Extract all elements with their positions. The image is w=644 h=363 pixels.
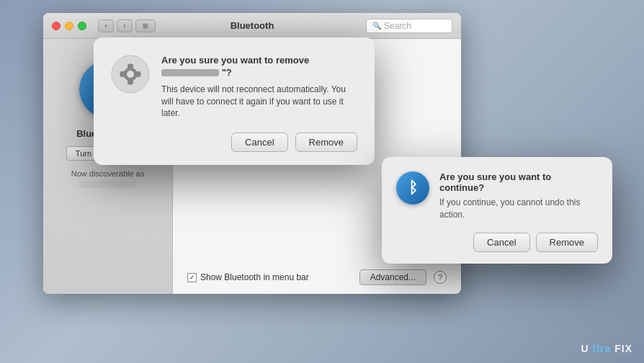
device-name-blur (161, 69, 219, 76)
window-titlebar: ‹ › ⊞ Bluetooth 🔍 Search (43, 13, 461, 39)
dialog-remove-body: This device will not reconnect automatic… (161, 84, 357, 120)
help-button[interactable]: ? (434, 271, 447, 284)
window-title: Bluetooth (231, 20, 274, 31)
discoverable-label: Now discoverable as (64, 169, 152, 178)
dialog-remove-cancel-button[interactable]: Cancel (231, 133, 287, 152)
svg-point-2 (127, 71, 134, 78)
maximize-button[interactable] (78, 22, 86, 30)
bluetooth-symbol-small: ᛒ (408, 179, 418, 197)
dialog-remove: Are you sure you want to remove "? This … (94, 37, 375, 165)
search-placeholder: Search (384, 21, 411, 31)
show-in-menubar-text: Show Bluetooth in menu bar (200, 272, 309, 282)
search-box[interactable]: 🔍 Search (366, 19, 452, 33)
dialog-continue: ᛒ Are you sure you want to continue? If … (382, 157, 612, 264)
dialog-continue-body: If you continue, you cannot undo this ac… (439, 197, 598, 221)
close-button[interactable] (52, 22, 61, 30)
dialog-continue-remove-button[interactable]: Remove (536, 233, 598, 252)
dialog-remove-buttons: Cancel Remove (111, 133, 357, 152)
minimize-button[interactable] (65, 22, 73, 30)
watermark-brand: ltra (593, 343, 612, 354)
nav-buttons: ‹ › (98, 19, 133, 32)
dialog-continue-cancel-button[interactable]: Cancel (473, 233, 529, 252)
show-in-menubar-checkbox[interactable]: ✓ (187, 273, 197, 282)
device-name-blur (79, 181, 137, 188)
search-icon: 🔍 (372, 22, 381, 30)
dialog-continue-title: Are you sure you want to continue? (439, 171, 598, 193)
bluetooth-icon-small: ᛒ (396, 171, 429, 205)
show-in-menubar-label[interactable]: ✓ Show Bluetooth in menu bar (187, 272, 309, 282)
grid-button[interactable]: ⊞ (135, 19, 156, 32)
back-button[interactable]: ‹ (98, 19, 114, 32)
watermark: U ltra FIX (581, 343, 632, 354)
watermark-prefix: U (581, 343, 589, 354)
gear-icon (111, 55, 150, 94)
dialog-remove-confirm-button[interactable]: Remove (295, 133, 357, 152)
dialog-remove-text-area: Are you sure you want to remove "? This … (161, 55, 357, 120)
gear-icon-wrap (111, 55, 150, 94)
dialog-continue-content: ᛒ Are you sure you want to continue? If … (396, 171, 598, 221)
bottom-bar: ✓ Show Bluetooth in menu bar Advanced...… (187, 269, 447, 285)
dialog-continue-text-area: Are you sure you want to continue? If yo… (439, 171, 598, 221)
traffic-lights (52, 22, 86, 30)
forward-button[interactable]: › (117, 19, 133, 32)
dialog-continue-buttons: Cancel Remove (396, 233, 598, 252)
dialog-remove-content: Are you sure you want to remove "? This … (111, 55, 357, 120)
watermark-suffix: FIX (614, 343, 632, 354)
advanced-button[interactable]: Advanced... (359, 269, 426, 285)
dialog-remove-title: Are you sure you want to remove "? (161, 55, 357, 79)
